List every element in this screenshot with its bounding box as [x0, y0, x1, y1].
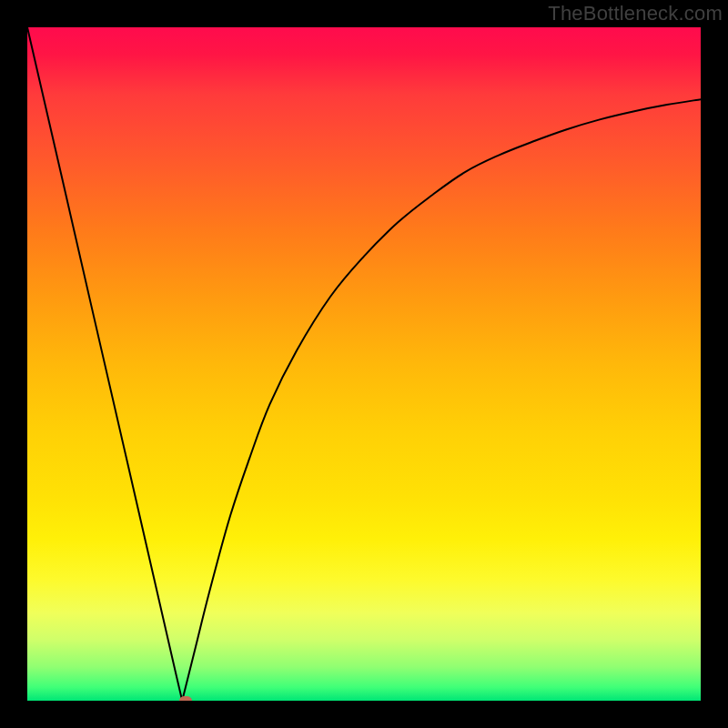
optimum-marker — [179, 696, 192, 701]
bottleneck-curve-right — [182, 99, 701, 701]
chart-frame: TheBottleneck.com — [0, 0, 728, 728]
watermark-text: TheBottleneck.com — [548, 2, 723, 25]
bottleneck-curve-left — [27, 27, 182, 701]
curve-svg — [27, 27, 701, 701]
plot-area — [27, 27, 701, 701]
